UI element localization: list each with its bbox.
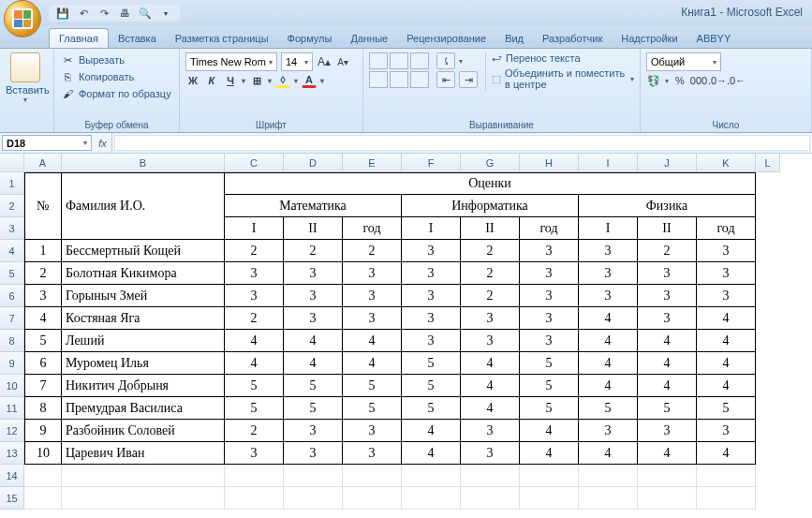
cell-data-8-7[interactable]: 4 <box>638 330 697 352</box>
cell-empty-15-4[interactable] <box>343 487 402 510</box>
cell-data-12-8[interactable]: 3 <box>697 420 756 442</box>
cell-data-9-3[interactable]: 5 <box>402 352 461 375</box>
cell-L5[interactable] <box>756 262 780 285</box>
cell-subject-2[interactable]: Физика <box>579 195 756 217</box>
align-bottom-icon[interactable] <box>410 52 429 69</box>
col-header-A[interactable]: A <box>24 154 62 172</box>
decrease-indent-icon[interactable]: ⇤ <box>436 71 455 88</box>
cell-data-11-2[interactable]: 5 <box>343 397 402 420</box>
chevron-down-icon[interactable]: ▾ <box>83 139 87 147</box>
cell-data-10-0[interactable]: 5 <box>225 375 284 397</box>
paste-button[interactable]: Вставить ▾ <box>6 52 45 104</box>
cell-L12[interactable] <box>756 420 780 442</box>
cell-data-8-0[interactable]: 4 <box>225 330 284 352</box>
cell-A5[interactable]: 2 <box>24 262 62 285</box>
cell-empty-14-0[interactable] <box>24 465 62 487</box>
cell-data-10-8[interactable]: 4 <box>697 375 756 397</box>
name-box[interactable]: D18▾ <box>2 135 92 151</box>
cell-data-11-1[interactable]: 5 <box>284 397 343 420</box>
col-header-E[interactable]: E <box>343 154 402 172</box>
save-icon[interactable]: 💾 <box>56 7 69 20</box>
copy-icon[interactable]: ⎘ <box>60 69 75 84</box>
cell-L7[interactable] <box>756 307 780 330</box>
tab-3[interactable]: Формулы <box>278 29 342 48</box>
cell-L9[interactable] <box>756 352 780 375</box>
cell-data-12-4[interactable]: 3 <box>461 420 520 442</box>
cell-data-12-2[interactable]: 3 <box>343 420 402 442</box>
tab-9[interactable]: ABBYY <box>687 29 741 48</box>
cell-data-13-2[interactable]: 3 <box>343 442 402 465</box>
cell-data-4-8[interactable]: 3 <box>697 240 756 262</box>
bold-button[interactable]: Ж <box>185 73 200 88</box>
cell-L1[interactable] <box>756 172 780 195</box>
row-header-12[interactable]: 12 <box>0 420 24 442</box>
cell-B6[interactable]: Горыныч Змей <box>62 285 225 307</box>
align-middle-icon[interactable] <box>390 52 408 69</box>
cell-L4[interactable] <box>756 240 780 262</box>
row-header-14[interactable]: 14 <box>0 465 24 487</box>
cell-data-6-8[interactable]: 3 <box>697 285 756 307</box>
col-header-G[interactable]: G <box>461 154 520 172</box>
cell-empty-15-5[interactable] <box>402 487 461 510</box>
cell-A1[interactable]: № <box>24 172 62 240</box>
cell-empty-14-7[interactable] <box>520 465 579 487</box>
tab-2[interactable]: Разметка страницы <box>166 29 278 48</box>
cell-data-11-5[interactable]: 5 <box>520 397 579 420</box>
row-header-15[interactable]: 15 <box>0 487 24 510</box>
cell-data-11-4[interactable]: 4 <box>461 397 520 420</box>
align-center-icon[interactable] <box>390 71 408 88</box>
cell-empty-14-10[interactable] <box>697 465 756 487</box>
cell-period-2-1[interactable]: II <box>638 217 697 240</box>
row-header-13[interactable]: 13 <box>0 442 24 465</box>
cell-empty-15-3[interactable] <box>284 487 343 510</box>
cell-data-5-5[interactable]: 3 <box>520 262 579 285</box>
cell-A9[interactable]: 6 <box>24 352 62 375</box>
cell-data-6-6[interactable]: 3 <box>579 285 638 307</box>
row-header-9[interactable]: 9 <box>0 352 24 375</box>
cell-B8[interactable]: Леший <box>62 330 225 352</box>
cell-data-13-0[interactable]: 3 <box>225 442 284 465</box>
cell-data-10-1[interactable]: 5 <box>284 375 343 397</box>
cell-data-7-0[interactable]: 2 <box>225 307 284 330</box>
tab-4[interactable]: Данные <box>341 29 397 48</box>
cell-data-10-4[interactable]: 4 <box>461 375 520 397</box>
row-header-2[interactable]: 2 <box>0 195 24 217</box>
cell-data-12-7[interactable]: 3 <box>638 420 697 442</box>
cell-L10[interactable] <box>756 375 780 397</box>
cell-data-12-6[interactable]: 3 <box>579 420 638 442</box>
cell-empty-15-1[interactable] <box>62 487 225 510</box>
col-header-C[interactable]: C <box>225 154 284 172</box>
italic-button[interactable]: К <box>204 73 219 88</box>
cell-data-10-2[interactable]: 5 <box>343 375 402 397</box>
cell-data-4-7[interactable]: 2 <box>638 240 697 262</box>
row-header-4[interactable]: 4 <box>0 240 24 262</box>
merge-icon[interactable]: ⬚ <box>492 73 501 85</box>
tab-1[interactable]: Вставка <box>109 29 166 48</box>
select-all-corner[interactable] <box>0 154 24 172</box>
cell-data-7-4[interactable]: 3 <box>461 307 520 330</box>
cell-data-5-4[interactable]: 2 <box>461 262 520 285</box>
cell-data-8-6[interactable]: 4 <box>579 330 638 352</box>
cell-data-6-3[interactable]: 3 <box>402 285 461 307</box>
cell-A10[interactable]: 7 <box>24 375 62 397</box>
cell-B1[interactable]: Фамилия И.О. <box>62 172 225 240</box>
redo-icon[interactable]: ↷ <box>97 7 111 20</box>
cell-data-12-1[interactable]: 3 <box>284 420 343 442</box>
cell-data-10-5[interactable]: 5 <box>520 375 579 397</box>
format-painter-button[interactable]: Формат по образцу <box>79 88 171 99</box>
cell-data-8-2[interactable]: 4 <box>343 330 402 352</box>
cell-data-11-0[interactable]: 5 <box>225 397 284 420</box>
cell-B7[interactable]: Костяная Яга <box>62 307 225 330</box>
cell-data-10-3[interactable]: 5 <box>402 375 461 397</box>
cell-data-5-1[interactable]: 3 <box>284 262 343 285</box>
cell-data-13-5[interactable]: 4 <box>520 442 579 465</box>
cell-data-13-6[interactable]: 4 <box>579 442 638 465</box>
increase-decimal-icon[interactable]: .0→ <box>710 73 725 88</box>
cell-data-11-3[interactable]: 5 <box>402 397 461 420</box>
cell-empty-14-2[interactable] <box>225 465 284 487</box>
cell-data-8-1[interactable]: 4 <box>284 330 343 352</box>
cell-data-12-3[interactable]: 4 <box>402 420 461 442</box>
decrease-decimal-icon[interactable]: .0← <box>729 73 744 88</box>
row-header-6[interactable]: 6 <box>0 285 24 307</box>
preview-icon[interactable]: 🔍 <box>139 7 152 20</box>
